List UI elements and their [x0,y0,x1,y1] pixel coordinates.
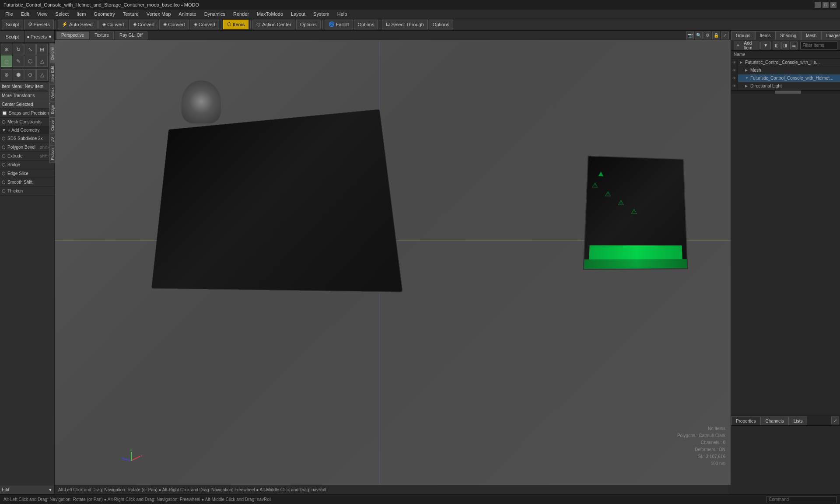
menu-layout[interactable]: Layout [287,10,309,18]
maximize-button[interactable]: □ [822,2,829,8]
items-tab[interactable]: Items [755,31,775,40]
scale-tool-button[interactable]: ⤡ [24,44,36,55]
edge-vtab[interactable]: Edge [49,102,56,117]
eye-icon-3[interactable]: 👁 [731,74,738,82]
add-item-dropdown-button[interactable]: ▼ [760,42,771,49]
smooth-shift-button[interactable]: ⬡ Smooth Shift [0,178,54,187]
brush-tool-button[interactable]: ⬢ [13,69,24,80]
items-button[interactable]: ⬡ Items [223,20,248,29]
menu-help[interactable]: Help [334,10,351,18]
deform-vtab[interactable]: Deform [49,44,56,63]
menu-view[interactable]: View [34,10,51,18]
properties-tab[interactable]: Properties [731,416,761,425]
bottom-expand-icon[interactable]: ⤢ [831,416,839,424]
menu-select[interactable]: Select [52,10,72,18]
move-tool-button[interactable]: ⊕ [1,44,12,55]
knife-tool-button[interactable]: ⊙ [24,69,36,80]
item-menu-button[interactable]: Item Menu: New Item [0,83,48,90]
menu-animate[interactable]: Animate [175,10,200,18]
magnet-tool-button[interactable]: ⊗ [1,69,12,80]
viewport-camera-icon[interactable]: 📷 [686,32,694,39]
scene-tree-scrollbar-h[interactable] [731,90,840,94]
lists-tab[interactable]: Lists [789,416,808,425]
options1-button[interactable]: Options [296,20,321,29]
eye-icon-1[interactable]: 👁 [731,59,738,66]
viewport-search-icon[interactable]: 🔍 [695,32,703,39]
viewport-canvas[interactable]: ▲ ⚠ ⚠ ⚠ ⚠ No Items Polygons : Catmull-Cl… [55,40,731,485]
menu-file[interactable]: File [2,10,17,18]
mesh-constraints-button[interactable]: ⬡ Mesh Constraints [0,118,54,126]
shading-tab[interactable]: Shading [775,31,801,40]
bridge-button[interactable]: ⬡ Bridge [0,161,54,169]
viewport-lock-icon[interactable]: 🔒 [712,32,720,39]
vertex-vtab[interactable]: Vertex [49,84,56,102]
tree-item-root[interactable]: ▶ Futuristic_Control_Console_with_He... [738,59,840,66]
auto-select-button[interactable]: ⚡ Auto Select [58,20,98,29]
filter-items-input[interactable] [800,42,837,49]
texture-tab[interactable]: Texture [90,32,114,39]
add-geometry-header[interactable]: ▼ + Add Geometry [0,126,54,134]
center-selected-dropdown[interactable]: Center Selected ▼ [0,100,54,109]
fiction-vtab[interactable]: Fiction [49,145,56,163]
item-edit-vtab[interactable]: Item Edit [49,63,56,85]
smooth-tool-button[interactable]: △ [36,56,48,67]
more-transforms-dropdown[interactable]: More Transforms ▼ [0,91,54,100]
convert3-button[interactable]: ◈ Convert [159,20,189,29]
rotate-tool-button[interactable]: ↻ [13,44,24,55]
menu-edit[interactable]: Edit [18,10,33,18]
sculpt-button[interactable]: Sculpt [2,20,23,29]
menu-render[interactable]: Render [230,10,252,18]
tree-item-mesh1[interactable]: ▶ Mesh [738,66,840,74]
menu-geometry[interactable]: Geometry [90,10,118,18]
images-tab[interactable]: Images [821,31,840,40]
menu-item[interactable]: Item [73,10,89,18]
viewport-expand-icon[interactable]: ⤢ [721,32,729,39]
add-item-button[interactable]: + Add Item [734,42,760,49]
menu-texture[interactable]: Texture [119,10,142,18]
right-icon-2[interactable]: ◨ [781,42,789,49]
paint-tool-button[interactable]: ⬡ [24,56,36,67]
curve-vtab[interactable]: Curve [49,117,56,134]
mesh-tab[interactable]: Mesh [801,31,821,40]
uv-vtab[interactable]: UV [49,134,56,146]
weld-tool-button[interactable]: △ [36,69,48,80]
sculpt-mode-button[interactable]: Sculpt [0,31,25,42]
close-button[interactable]: ✕ [830,2,836,8]
menu-system[interactable]: System [310,10,333,18]
transform-tool-button[interactable]: ⊞ [36,44,48,55]
polygon-bevel-button[interactable]: ⬡ Polygon Bevel Shift+B [0,143,54,152]
raygl-tab[interactable]: Ray GL: Off [115,32,147,39]
select-tool-button[interactable]: ◻ [1,56,12,67]
eye-icon-2[interactable]: 👁 [731,66,738,74]
thicken-button[interactable]: ⬡ Thicken [0,187,54,196]
pen-tool-button[interactable]: ✎ [13,56,24,67]
select-through-button[interactable]: ⊡ Select Through [382,20,427,29]
viewport-settings-icon[interactable]: ⚙ [704,32,711,39]
minimize-button[interactable]: ─ [815,2,821,8]
falloff-button[interactable]: 🌀 Falloff [325,20,353,29]
snaps-precision-button[interactable]: 🔲 Snaps and Precision [0,109,54,118]
options2-button[interactable]: Options [354,20,378,29]
right-icon-1[interactable]: ◧ [773,42,780,49]
menu-vertex-map[interactable]: Vertex Map [143,10,175,18]
edge-slice-button[interactable]: ⬡ Edge Slice [0,169,54,178]
eye-icon-4[interactable]: 👁 [731,82,738,90]
edit-dropdown[interactable]: Edit ▼ [0,486,54,494]
convert2-button[interactable]: ◈ Convert [129,20,159,29]
tree-item-mesh2[interactable]: ▼ Futuristic_Control_Console_with_Helmet… [738,74,840,82]
presets-button[interactable]: ⚙ Presets [24,20,54,29]
extrude-button[interactable]: ⬡ Extrude Shift+X [0,152,54,161]
channels-tab[interactable]: Channels [761,416,789,425]
groups-tab[interactable]: Groups [731,31,755,40]
command-input[interactable] [766,496,836,503]
tree-item-light[interactable]: ▶ Directional Light [738,82,840,90]
convert1-button[interactable]: ◈ Convert [98,20,128,29]
perspective-tab[interactable]: Perspective [56,32,89,39]
action-center-button[interactable]: ◎ Action Center [252,20,295,29]
menu-maxtomodo[interactable]: MaxToModo [253,10,287,18]
convert4-button[interactable]: ◈ Convert [190,20,220,29]
sds-subdivide-button[interactable]: ⬡ SDS Subdivide 2x [0,134,54,143]
right-icon-3[interactable]: ☰ [790,42,798,49]
presets-dropdown-button[interactable]: ● Presets ▼ [25,31,54,42]
options3-button[interactable]: Options [429,20,453,29]
